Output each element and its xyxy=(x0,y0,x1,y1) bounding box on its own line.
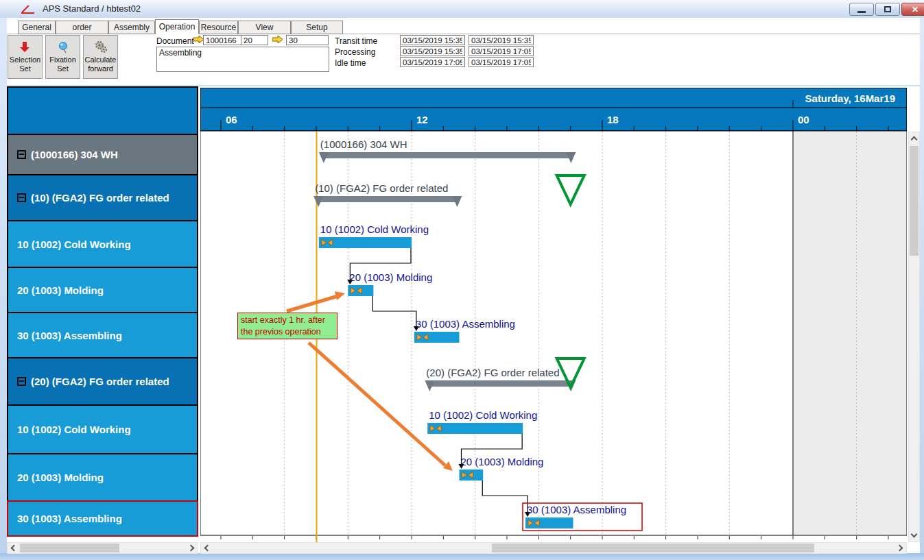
close-button[interactable]: ✕ xyxy=(901,3,924,16)
next-day-area xyxy=(793,132,906,535)
sidebar-row[interactable]: 10 (1002) Cold Working xyxy=(7,404,198,454)
sidebar-row-label: 30 (1003) Assembling xyxy=(17,330,122,341)
scroll-down-icon[interactable] xyxy=(911,531,918,538)
app-window: APS Standard / hbtest02 ✕ GeneralorderAs… xyxy=(0,0,924,560)
sidebar-row[interactable]: (1000166) 304 WH xyxy=(7,134,198,175)
maximize-button[interactable] xyxy=(875,3,900,16)
sidebar-row[interactable]: 10 (1002) Cold Working xyxy=(7,220,198,268)
toolbar-button-label: forward xyxy=(88,64,113,73)
time-row-label: Idle time xyxy=(335,58,366,68)
gantt-row-label: 10 (1002) Cold Working xyxy=(320,223,429,235)
hour-label: 12 xyxy=(416,114,428,125)
fixation-set-button[interactable]: FixationSet xyxy=(45,35,80,79)
tab-operation[interactable]: Operation xyxy=(155,19,199,34)
scroll-right-icon[interactable] xyxy=(897,545,903,552)
selection-set-button[interactable]: SelectionSet xyxy=(8,35,43,79)
sidebar-row-label: 20 (1003) Molding xyxy=(17,472,104,483)
toolbar-button-label: Calculate xyxy=(85,56,117,64)
sidebar-row-label: 20 (1003) Molding xyxy=(17,284,104,296)
sidebar-row-label: (10) (FGA2) FG order related xyxy=(31,192,169,204)
gantt-row-label: 10 (1002) Cold Working xyxy=(429,409,537,421)
toolbar-button-label: Fixation xyxy=(49,56,76,64)
close-icon: ✕ xyxy=(912,5,919,14)
gantt-row-label: 30 (1003) Assembling xyxy=(416,318,515,330)
tab-assembly[interactable]: Assembly xyxy=(108,21,155,34)
sidebar-header xyxy=(7,86,198,135)
red-down-arrow-icon xyxy=(20,39,30,56)
time-from-field[interactable] xyxy=(400,46,465,56)
time-from-field[interactable] xyxy=(400,57,465,67)
toolbar-button-label: Set xyxy=(57,64,69,73)
maximize-icon xyxy=(884,6,891,12)
scrollbar-thumb[interactable] xyxy=(492,544,814,552)
sidebar-row-label: (1000166) 304 WH xyxy=(31,149,118,160)
scroll-left-icon[interactable] xyxy=(11,545,18,552)
sidebar-horizontal-scrollbar[interactable] xyxy=(7,542,198,554)
annotation-note: start exactly 1 hr. after the previos op… xyxy=(237,313,337,339)
time-to-field[interactable] xyxy=(469,46,534,56)
tab-setup[interactable]: Setup xyxy=(291,21,343,34)
calculate-forward-button[interactable]: Calculateforward xyxy=(83,35,118,79)
tab-resource[interactable]: Resource xyxy=(199,21,238,34)
toolbar-button-label: Set xyxy=(19,64,31,73)
hour-label: 06 xyxy=(226,114,237,125)
day-header-label: Saturday, 16Mar19 xyxy=(805,93,895,104)
sidebar-row-label: 10 (1002) Cold Working xyxy=(17,424,131,435)
time-to-field[interactable] xyxy=(469,57,534,67)
chart-horizontal-scrollbar[interactable] xyxy=(200,542,907,554)
chart-vertical-scrollbar[interactable] xyxy=(908,132,920,542)
gantt-row-label: (10) (FGA2) FG order related xyxy=(315,182,448,194)
document-label: Document xyxy=(156,36,194,46)
sidebar-row[interactable]: (20) (FGA2) FG order related xyxy=(7,357,198,406)
time-to-field[interactable] xyxy=(469,35,534,45)
scrollbar-thumb[interactable] xyxy=(910,146,919,256)
minimize-button[interactable] xyxy=(849,3,874,16)
sidebar-row[interactable]: (10) (FGA2) FG order related xyxy=(7,174,198,221)
title-bar: APS Standard / hbtest02 ✕ xyxy=(0,0,924,18)
tab-general[interactable]: General xyxy=(18,21,56,34)
operation-bar[interactable] xyxy=(427,423,523,434)
hour-label: 00 xyxy=(798,114,809,125)
sidebar-row[interactable]: 30 (1003) Assembling xyxy=(7,500,198,537)
gantt-row-label: 20 (1003) Molding xyxy=(349,271,432,283)
scroll-right-icon[interactable] xyxy=(188,545,195,552)
window-frame xyxy=(0,553,924,560)
app-logo-icon xyxy=(19,3,40,16)
scrollbar-thumb[interactable] xyxy=(20,544,119,552)
tab-strip: GeneralorderAssemblyOperationResourceVie… xyxy=(7,19,920,34)
collapse-icon[interactable] xyxy=(17,377,26,386)
operation-from-field[interactable] xyxy=(241,35,268,45)
scroll-up-icon[interactable] xyxy=(911,136,918,143)
sidebar-row-label: 30 (1003) Assembling xyxy=(17,513,122,524)
gantt-row-label: (1000166) 304 WH xyxy=(320,138,407,150)
gears-icon xyxy=(93,39,108,56)
document-code-field[interactable] xyxy=(203,35,246,45)
time-row-label: Transit time xyxy=(335,36,377,46)
scroll-left-icon[interactable] xyxy=(204,545,211,552)
collapse-icon[interactable] xyxy=(17,150,26,159)
gantt-row-label: 20 (1003) Molding xyxy=(460,456,543,467)
sidebar-row[interactable]: 20 (1003) Molding xyxy=(7,267,198,313)
minimize-icon xyxy=(857,11,866,13)
pushpin-icon xyxy=(58,39,69,56)
operation-description-box[interactable]: Assembling xyxy=(156,47,329,72)
tab-order[interactable]: order xyxy=(56,21,108,34)
sidebar-row-label: (20) (FGA2) FG order related xyxy=(31,376,169,387)
toolbar-button-label: Selection xyxy=(10,56,40,64)
gantt-row-label: 30 (1003) Assembling xyxy=(527,504,626,515)
hour-label: 18 xyxy=(607,114,619,125)
time-row-label: Processing xyxy=(335,47,375,57)
time-from-field[interactable] xyxy=(400,35,465,45)
gantt-row-label: (20) (FGA2) FG order related xyxy=(426,367,559,378)
tab-view[interactable]: View xyxy=(238,21,291,34)
sidebar-row-label: 10 (1002) Cold Working xyxy=(17,239,131,250)
operation-to-field[interactable] xyxy=(286,35,329,45)
sidebar-row[interactable]: 20 (1003) Molding xyxy=(7,453,198,502)
window-title: APS Standard / hbtest02 xyxy=(43,3,141,14)
collapse-icon[interactable] xyxy=(17,193,26,202)
sidebar-row[interactable]: 30 (1003) Assembling xyxy=(7,312,198,358)
arrow-right-icon xyxy=(272,36,283,44)
